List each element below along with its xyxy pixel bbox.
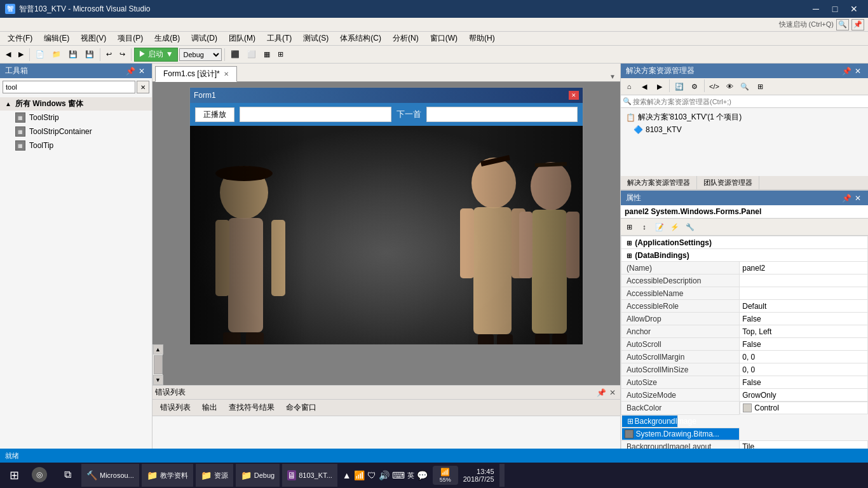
solution-tab-team[interactable]: 团队资源管理器 [697, 176, 759, 189]
scroll-down-button[interactable]: ▼ [153, 375, 163, 385]
sol-fwd-button[interactable]: ▶ [653, 79, 667, 93]
props-label-accessible-desc[interactable]: AccessibleDescription [621, 274, 740, 287]
props-events-button[interactable]: ⚡ [668, 220, 682, 234]
solution-tab-explorer[interactable]: 解决方案资源管理器 [621, 176, 697, 189]
props-label-auto-size-mode[interactable]: AutoSizeMode [621, 389, 740, 402]
tray-lang-icon[interactable]: 英 [407, 471, 414, 480]
toolbox-auto-hide-button[interactable]: 📌 [125, 66, 135, 76]
error-tab-output[interactable]: 输出 [197, 401, 222, 414]
props-value-accessible-name[interactable] [740, 287, 868, 300]
scroll-up-button[interactable]: ▲ [153, 344, 163, 355]
props-propertypages-button[interactable]: 🔧 [683, 220, 697, 234]
tray-arrow-icon[interactable]: ▲ [342, 470, 351, 480]
props-value-auto-size[interactable]: False [740, 376, 868, 389]
tab-close-button[interactable]: ✕ [224, 71, 229, 78]
form-close-button[interactable]: ✕ [569, 91, 579, 100]
props-value-background-image[interactable]: System.Drawing.Bitma... [621, 428, 740, 440]
props-label-background-image[interactable]: ⊞ BackgroundImage [621, 415, 678, 428]
sol-home-button[interactable]: ⌂ [622, 79, 636, 93]
taskbar-ktv[interactable]: 🖥 8103_KT... [282, 464, 337, 487]
menu-tools[interactable]: 工具(T) [262, 32, 297, 46]
menu-window[interactable]: 窗口(W) [425, 32, 463, 46]
new-file-button[interactable]: 📄 [32, 48, 48, 62]
props-group-data-bindings[interactable]: ⊞ (DataBindings) [621, 249, 868, 262]
sol-back-button[interactable]: ◀ [637, 79, 651, 93]
save-all-button[interactable]: 💾 [82, 48, 97, 62]
menu-build[interactable]: 生成(B) [149, 32, 185, 46]
props-label-auto-scroll-margin[interactable]: AutoScrollMargin [621, 351, 740, 363]
props-label-auto-size[interactable]: AutoSize [621, 376, 740, 389]
menu-debug[interactable]: 调试(D) [186, 32, 222, 46]
props-value-back-color[interactable]: Control [740, 402, 867, 414]
show-desktop-button[interactable] [499, 464, 505, 487]
scroll-thumb[interactable] [154, 355, 163, 374]
props-value-anchor[interactable]: Top, Left [740, 325, 868, 338]
props-value-auto-scroll-min-size[interactable]: 0, 0 [740, 363, 868, 376]
props-label-accessible-role[interactable]: AccessibleRole [621, 300, 740, 313]
sol-code-button[interactable]: </> [707, 79, 721, 93]
tray-keyboard-icon[interactable]: ⌨ [392, 470, 405, 480]
close-button[interactable]: ✕ [845, 3, 863, 15]
solution-search-input[interactable] [633, 98, 866, 105]
sol-filter-button[interactable]: 🔍 [738, 79, 752, 93]
props-label-auto-scroll-min-size[interactable]: AutoScrollMinSize [621, 363, 740, 376]
sol-preview-button[interactable]: 👁 [722, 79, 736, 93]
menu-test[interactable]: 测试(S) [298, 32, 334, 46]
tray-shield-icon[interactable]: 🛡 [367, 470, 376, 480]
toolbox-item-toolstripcontainer[interactable]: ▦ ToolStripContainer [0, 125, 152, 139]
properties-close-button[interactable]: ✕ [853, 193, 863, 203]
toolbox-item-tooltip[interactable]: ▦ ToolTip [0, 139, 152, 152]
taskbar-debug[interactable]: 📁 Debug [236, 464, 280, 487]
start-button[interactable]: ⊞ [3, 464, 25, 487]
props-properties-button[interactable]: 📝 [653, 220, 667, 234]
toolbar-extra-4[interactable]: ⊞ [275, 48, 287, 62]
error-panel-pin-button[interactable]: 📌 [596, 388, 606, 398]
taskbar-jiaoxue[interactable]: 📁 教学资料 [142, 464, 193, 487]
menu-help[interactable]: 帮助(H) [464, 32, 500, 46]
menu-file[interactable]: 文件(F) [3, 32, 37, 46]
solution-project-item[interactable]: 🔷 8103_KTV [623, 124, 865, 135]
toolbar-extra-2[interactable]: ⬜ [244, 48, 259, 62]
props-alpha-button[interactable]: ↕ [637, 220, 651, 234]
toolbar-extra-1[interactable]: ⬛ [227, 48, 243, 62]
solution-root-item[interactable]: 📋 解决方案'8103_KTV'(1 个项目) [623, 111, 865, 124]
props-value-name[interactable]: panel2 [740, 262, 868, 274]
props-value-auto-scroll[interactable]: False [740, 338, 868, 351]
undo-button[interactable]: ↩ [103, 48, 115, 62]
system-clock[interactable]: 13:45 2018/7/25 [463, 468, 494, 483]
toolbox-search-clear-button[interactable]: ✕ [137, 81, 149, 93]
open-file-button[interactable]: 📁 [49, 48, 64, 62]
minimize-button[interactable]: ─ [807, 3, 825, 15]
tray-chat-icon[interactable]: 💬 [417, 470, 428, 480]
toolbar-extra-3[interactable]: ▦ [261, 48, 273, 62]
wifi-battery-indicator[interactable]: 📶 55% [433, 466, 458, 485]
taskbar-vs-debug[interactable]: 🔨 Microsou... [81, 464, 139, 487]
tray-volume-icon[interactable]: 🔊 [379, 470, 390, 480]
back-button[interactable]: ◀ [3, 48, 14, 62]
config-select[interactable]: Debug Release [179, 48, 222, 61]
props-value-auto-scroll-margin[interactable]: 0, 0 [740, 351, 868, 363]
props-label-accessible-name[interactable]: AccessibleName [621, 287, 740, 300]
ktv-current-input[interactable] [240, 107, 391, 122]
tab-form1-design[interactable]: Form1.cs [设计]* ✕ [155, 66, 237, 82]
props-value-allow-drop[interactable]: False [740, 313, 868, 325]
toolbox-item-toolstrip[interactable]: ▦ ToolStrip [0, 111, 152, 125]
props-value-accessible-desc[interactable] [740, 274, 868, 287]
tab-chevron-button[interactable]: ▼ [607, 71, 618, 81]
design-area[interactable]: Form1 ✕ 正播放 下一首 [153, 82, 620, 385]
props-value-auto-size-mode[interactable]: GrowOnly [740, 389, 868, 402]
error-panel-close-button[interactable]: ✕ [607, 388, 618, 398]
sol-expand-button[interactable]: ⊞ [753, 79, 767, 93]
save-button[interactable]: 💾 [65, 48, 81, 62]
start-debug-button[interactable]: ▶ 启动 ▼ [134, 48, 178, 62]
ktv-next-input[interactable] [426, 107, 578, 122]
menu-project[interactable]: 项目(P) [112, 32, 148, 46]
props-value-accessible-role[interactable]: Default [740, 300, 868, 313]
error-tab-command[interactable]: 命令窗口 [281, 401, 322, 414]
error-tab-errors[interactable]: 错误列表 [155, 401, 196, 414]
ktv-playing-button[interactable]: 正播放 [195, 107, 234, 122]
props-categorized-button[interactable]: ⊞ [622, 220, 636, 234]
task-view-button[interactable]: ⧉ [53, 464, 81, 487]
forward-button[interactable]: ▶ [15, 48, 27, 62]
props-label-name[interactable]: (Name) [621, 262, 740, 274]
